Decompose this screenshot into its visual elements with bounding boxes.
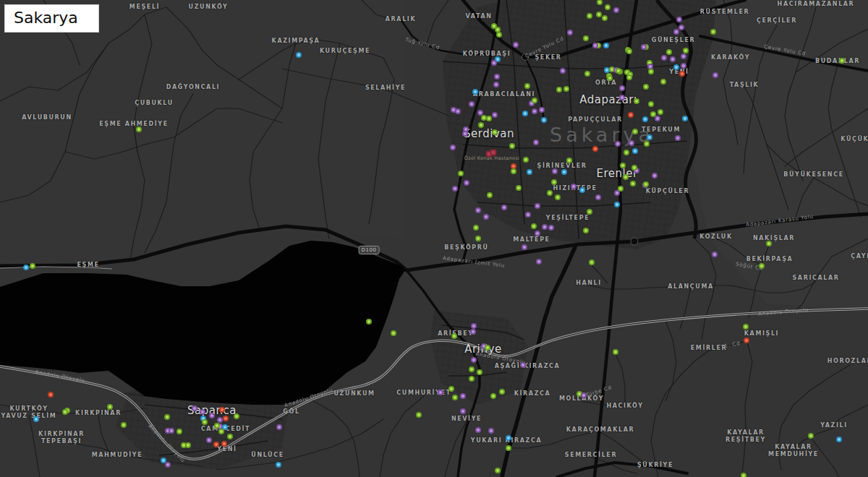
map-marker-purple[interactable] [494, 74, 500, 80]
map-marker-green[interactable] [741, 473, 746, 477]
map-marker-purple[interactable] [681, 63, 686, 69]
map-marker-purple[interactable] [206, 437, 212, 443]
map-marker-blue[interactable] [472, 89, 478, 95]
map-marker-purple[interactable] [673, 29, 679, 35]
map-marker-blue[interactable] [579, 187, 585, 193]
map-marker-green[interactable] [176, 429, 182, 434]
map-marker-purple[interactable] [452, 186, 458, 192]
map-marker-orange[interactable] [213, 442, 219, 447]
map-marker-green[interactable] [486, 116, 492, 121]
map-marker-purple[interactable] [619, 95, 625, 100]
map-marker-orange[interactable] [48, 392, 54, 398]
map-marker-green[interactable] [451, 333, 457, 339]
map-marker-purple[interactable] [513, 42, 519, 48]
map-marker-green[interactable] [164, 414, 170, 420]
map-marker-purple[interactable] [276, 424, 282, 430]
map-marker-green[interactable] [234, 413, 239, 419]
map-marker-green[interactable] [506, 445, 511, 451]
map-marker-green[interactable] [475, 236, 481, 241]
map-marker-purple[interactable] [471, 323, 477, 329]
map-marker-green[interactable] [658, 109, 663, 115]
map-marker-green[interactable] [391, 330, 396, 336]
map-marker-purple[interactable] [560, 68, 566, 74]
map-marker-purple[interactable] [548, 225, 554, 231]
map-marker-green[interactable] [469, 376, 475, 382]
map-marker-purple[interactable] [475, 427, 481, 433]
map-marker-purple[interactable] [200, 409, 205, 415]
map-marker-green[interactable] [839, 58, 845, 64]
map-marker-green[interactable] [524, 83, 530, 89]
map-marker-purple[interactable] [525, 212, 531, 218]
map-marker-green[interactable] [587, 13, 592, 19]
map-marker-purple[interactable] [464, 180, 469, 186]
map-marker-blue[interactable] [682, 116, 688, 121]
map-marker-green[interactable] [597, 0, 603, 5]
map-marker-green[interactable] [607, 75, 613, 81]
map-marker-green[interactable] [648, 101, 654, 107]
map-marker-purple[interactable] [209, 413, 215, 418]
map-marker-green[interactable] [666, 49, 672, 55]
map-marker-green[interactable] [623, 174, 629, 180]
map-marker-green[interactable] [583, 35, 589, 41]
map-marker-purple[interactable] [567, 30, 573, 35]
map-marker-green[interactable] [643, 181, 649, 187]
map-marker-purple[interactable] [552, 168, 558, 174]
map-marker-green[interactable] [532, 98, 537, 103]
map-marker-green[interactable] [496, 32, 502, 38]
map-marker-green[interactable] [366, 319, 372, 325]
map-marker-green[interactable] [766, 241, 772, 246]
map-marker-green[interactable] [478, 122, 484, 128]
map-marker-green[interactable] [630, 181, 636, 186]
map-marker-orange[interactable] [592, 146, 598, 152]
map-marker-purple[interactable] [539, 107, 545, 113]
map-marker-green[interactable] [487, 192, 493, 198]
map-marker-green[interactable] [551, 179, 557, 185]
map-marker-blue[interactable] [647, 134, 652, 140]
map-marker-green[interactable] [602, 15, 608, 21]
map-marker-blue[interactable] [836, 437, 842, 442]
map-marker-green[interactable] [121, 422, 127, 428]
map-marker-green[interactable] [634, 98, 639, 104]
map-marker-blue[interactable] [541, 117, 547, 123]
map-marker-purple[interactable] [217, 417, 223, 423]
map-marker-green[interactable] [660, 79, 666, 85]
map-marker-purple[interactable] [629, 140, 634, 146]
map-marker-green[interactable] [458, 171, 464, 176]
map-marker-green[interactable] [202, 419, 208, 425]
map-marker-orange[interactable] [628, 112, 634, 118]
map-marker-green[interactable] [759, 263, 765, 269]
map-marker-purple[interactable] [470, 329, 476, 335]
map-marker-purple[interactable] [492, 112, 498, 118]
map-marker-green[interactable] [448, 386, 454, 392]
map-marker-green[interactable] [624, 150, 629, 155]
map-marker-green[interactable] [477, 369, 482, 375]
map-marker-green[interactable] [710, 29, 716, 35]
map-marker-green[interactable] [499, 389, 505, 395]
map-marker-purple[interactable] [460, 408, 466, 414]
map-marker-purple[interactable] [488, 428, 494, 434]
map-marker-green[interactable] [492, 129, 498, 135]
map-marker-blue[interactable] [33, 416, 39, 422]
map-marker-green[interactable] [511, 168, 516, 174]
map-marker-purple[interactable] [536, 259, 542, 265]
map-marker-green[interactable] [62, 409, 68, 415]
map-marker-green[interactable] [566, 158, 572, 163]
map-marker-purple[interactable] [670, 56, 676, 62]
map-marker-orange[interactable] [221, 441, 227, 447]
map-marker-purple[interactable] [522, 244, 527, 250]
map-marker-purple[interactable] [520, 362, 526, 368]
map-marker-purple[interactable] [542, 224, 548, 230]
map-marker-green[interactable] [626, 48, 632, 54]
map-marker-purple[interactable] [712, 72, 718, 78]
map-marker-green[interactable] [531, 223, 537, 229]
map-canvas[interactable]: SakaryaAdapazarıSerdivanErenlerArifiyeSa… [0, 0, 868, 477]
map-marker-purple[interactable] [655, 116, 660, 121]
map-marker-green[interactable] [214, 423, 220, 429]
map-marker-blue[interactable] [506, 435, 511, 441]
map-marker-green[interactable] [555, 194, 561, 200]
map-marker-purple[interactable] [681, 53, 686, 59]
map-marker-green[interactable] [644, 141, 650, 147]
map-marker-purple[interactable] [592, 43, 598, 48]
map-marker-purple[interactable] [438, 390, 443, 395]
map-marker-blue[interactable] [23, 265, 29, 270]
